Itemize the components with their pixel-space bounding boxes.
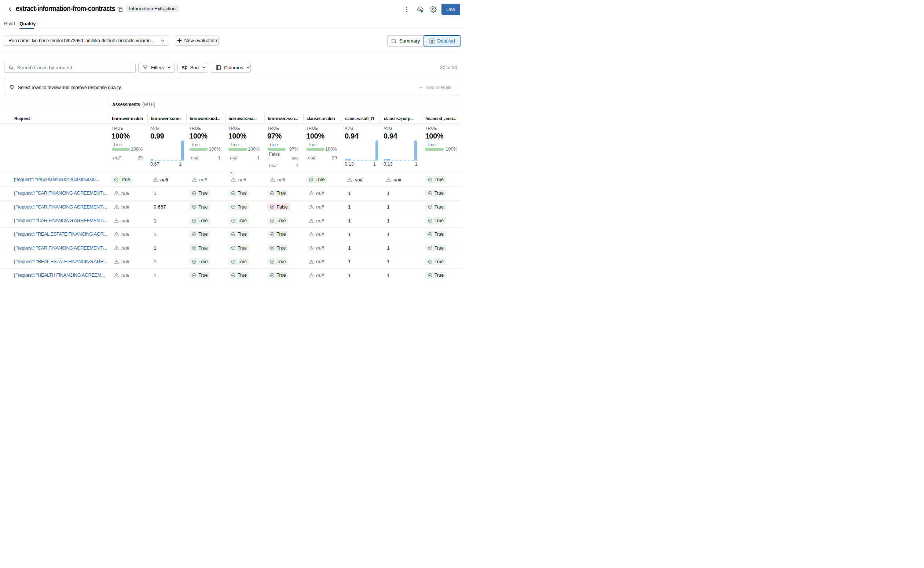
assessment-column-header[interactable]: clauses>purp... — [381, 109, 422, 124]
copy-icon[interactable] — [117, 7, 123, 12]
request-link[interactable]: { "request": "CAR FINANCING AGREEMENT\..… — [14, 201, 107, 214]
null-value: null — [114, 232, 129, 237]
numeric-value: 1 — [387, 218, 390, 224]
badge-label: True — [434, 259, 444, 264]
true-badge: True — [425, 272, 446, 279]
assessment-column-header[interactable]: borrower>na... — [225, 109, 265, 124]
request-link[interactable]: { "request": "REAL ESTATE FINANCING AGR.… — [14, 228, 107, 241]
numeric-value: 1 — [154, 190, 157, 196]
dist-value: 100% — [443, 147, 458, 152]
use-button[interactable]: Use — [442, 4, 460, 15]
dist-bar — [112, 148, 130, 151]
columns-button[interactable]: Columns — [211, 63, 251, 73]
assessment-cell: 1 — [342, 273, 381, 278]
true-badge: True — [228, 272, 250, 279]
lightbulb-icon — [9, 84, 15, 91]
assessment-cell: 1 — [147, 245, 186, 251]
filters-button[interactable]: Filters — [138, 63, 175, 73]
assessment-cell: 1 — [381, 232, 422, 237]
assessments-label: Assessments — [112, 101, 140, 107]
columns-icon — [216, 65, 221, 70]
run-select[interactable]: Run name: kie-base-model-bfb7265d_archik… — [4, 36, 169, 46]
null-label: null — [393, 177, 401, 183]
circle-check-icon — [231, 260, 236, 264]
summary-view-button[interactable]: Summary — [387, 35, 423, 47]
distribution: True100% — [425, 142, 458, 151]
assessment-cell: True — [303, 176, 342, 183]
assessment-column-header[interactable]: clauses:match — [303, 109, 342, 124]
circle-check-icon — [270, 191, 275, 196]
warning-triangle-icon — [270, 177, 275, 182]
assessment-cell: True — [422, 176, 462, 183]
true-badge: True — [189, 217, 210, 224]
deployment-status-button[interactable] — [415, 5, 425, 14]
numeric-value: 1 — [348, 273, 351, 278]
null-value: null — [114, 190, 129, 196]
null-value: null — [231, 177, 246, 183]
distribution: True100%null29 — [112, 142, 143, 161]
null-label: null — [121, 232, 129, 237]
histogram-bar — [387, 159, 390, 160]
circle-check-icon — [192, 246, 197, 250]
table-row[interactable]: { "request": "CAR FINANCING AGREEMENT\..… — [0, 200, 462, 214]
summary-cell: TRUE100%True100%null29 — [303, 124, 342, 173]
tab-quality[interactable]: Quality — [20, 19, 36, 29]
assessment-cell: True — [422, 245, 462, 251]
assessment-column-header[interactable]: financed_amo... — [422, 109, 462, 124]
circle-x-icon — [270, 204, 275, 209]
table-row[interactable]: { "request": "REAL ESTATE FINANCING AGR.… — [0, 227, 462, 241]
histogram — [345, 140, 376, 160]
dist-null-count: 1 — [257, 156, 260, 160]
true-badge: True — [189, 231, 210, 238]
true-badge: True — [425, 258, 446, 265]
numeric-value: 1 — [387, 273, 390, 278]
filters-label: Filters — [151, 65, 167, 70]
assessment-column-header[interactable]: borrower:match — [109, 109, 147, 124]
null-value: null — [114, 218, 129, 224]
settings-button[interactable] — [428, 5, 438, 14]
table-row[interactable]: { "request": "REAL ESTATE FINANCING AGR.… — [0, 255, 462, 268]
true-badge: True — [267, 272, 288, 279]
stat-type: AVG — [384, 126, 417, 131]
assessment-cell: 1 — [147, 232, 186, 237]
search-input[interactable] — [17, 65, 132, 70]
assessment-column-header[interactable]: clauses:soft_f1 — [342, 109, 381, 124]
collapse-summary-button[interactable] — [228, 169, 235, 176]
table-row[interactable]: { "request": "CAR FINANCING AGREEMENT\..… — [0, 186, 462, 200]
warning-triangle-icon — [114, 204, 119, 210]
table-row[interactable]: { "request": "HEALTH FINANCING AGREEM...… — [0, 268, 462, 282]
add-to-build-button[interactable]: Add to Build — [418, 85, 451, 90]
null-value: null — [270, 177, 285, 183]
assessment-cell: 1 — [147, 259, 186, 264]
assessment-column-header[interactable]: borrower>add... — [186, 109, 225, 124]
summary-cell: AVG0.940.131 — [381, 124, 422, 173]
request-link[interactable]: {"request": "PK\u0003\u0004-\u0000\u000.… — [14, 173, 99, 186]
request-link[interactable]: { "request": "CAR FINANCING AGREEMENT\..… — [14, 242, 107, 255]
assessment-cell: True — [186, 258, 225, 265]
tab-build[interactable]: Build — [4, 19, 15, 29]
sort-button[interactable]: Sort — [177, 63, 208, 73]
back-button[interactable] — [6, 5, 14, 13]
table-row[interactable]: { "request": "CAR FINANCING AGREEMENT\..… — [0, 241, 462, 254]
stat-value: 100% — [189, 131, 221, 140]
dist-null-label: null — [189, 155, 198, 160]
circle-check-icon — [428, 273, 433, 278]
assessment-column-header[interactable]: borrower>ssn... — [265, 109, 303, 124]
request-link[interactable]: { "request": "CAR FINANCING AGREEMENT\..… — [14, 214, 107, 227]
null-label: null — [316, 245, 324, 251]
request-link[interactable]: { "request": "REAL ESTATE FINANCING AGR.… — [14, 255, 107, 268]
request-link[interactable]: { "request": "HEALTH FINANCING AGREEM... — [14, 269, 105, 282]
null-value: null — [386, 177, 401, 183]
numeric-value: 1 — [154, 273, 157, 278]
warning-triangle-icon — [114, 218, 119, 223]
circle-check-icon — [192, 191, 197, 196]
request-link[interactable]: { "request": "CAR FINANCING AGREEMENT\..… — [14, 187, 107, 200]
table-row[interactable]: { "request": "CAR FINANCING AGREEMENT\..… — [0, 214, 462, 227]
assessment-column-header[interactable]: borrower:score — [147, 109, 186, 124]
request-column-header[interactable]: Request — [0, 109, 109, 124]
filter-icon — [143, 65, 148, 70]
new-evaluation-button[interactable]: New evaluation — [175, 36, 219, 46]
more-actions-button[interactable] — [402, 5, 411, 14]
badge-label: True — [434, 204, 444, 210]
detailed-view-button[interactable]: Detailed — [423, 35, 461, 47]
